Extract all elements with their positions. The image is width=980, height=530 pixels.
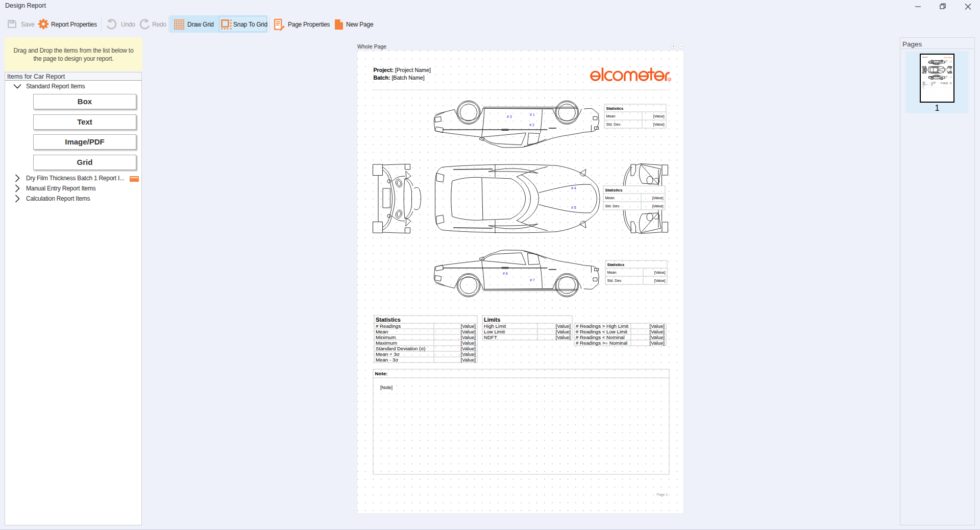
svg-text:[Value]: [Value] bbox=[650, 323, 665, 329]
svg-text:[Value]: [Value] bbox=[653, 114, 665, 118]
svg-text:# Readings < Low Limit: # Readings < Low Limit bbox=[576, 329, 627, 334]
svg-text:[Value]: [Value] bbox=[653, 122, 665, 127]
svg-text:High Limit: High Limit bbox=[484, 323, 506, 329]
svg-text:[Value]: [Value] bbox=[461, 329, 476, 334]
svg-text:[Value]: [Value] bbox=[461, 346, 476, 351]
svg-text:Mean: Mean bbox=[607, 270, 617, 275]
svg-text:[Value]: [Value] bbox=[461, 323, 476, 329]
svg-text:[Value]: [Value] bbox=[652, 204, 664, 208]
svg-text:Std. Dev.: Std. Dev. bbox=[605, 204, 620, 208]
svg-text:[Value]: [Value] bbox=[654, 278, 666, 283]
svg-text:Statistics: Statistics bbox=[607, 262, 625, 267]
svg-text:Minimum: Minimum bbox=[376, 334, 396, 340]
svg-text:[Value]: [Value] bbox=[652, 196, 664, 200]
svg-text:R: R bbox=[669, 78, 671, 81]
svg-text:[Value]: [Value] bbox=[650, 340, 665, 346]
svg-text:[Value]: [Value] bbox=[556, 334, 571, 340]
svg-text:[Value]: [Value] bbox=[461, 334, 476, 340]
svg-text:[Value]: [Value] bbox=[654, 270, 666, 275]
svg-text:# 5: # 5 bbox=[571, 206, 576, 209]
svg-text:[Value]: [Value] bbox=[461, 357, 476, 363]
svg-text:Batch: [Batch Name]: Batch: [Batch Name] bbox=[374, 75, 425, 81]
svg-text:# 6: # 6 bbox=[503, 272, 508, 275]
svg-text:[Value]: [Value] bbox=[461, 340, 476, 346]
svg-text:Statistics: Statistics bbox=[605, 188, 623, 192]
svg-text:Mean: Mean bbox=[605, 196, 615, 200]
svg-text:Maximum: Maximum bbox=[376, 340, 397, 346]
svg-text:Mean + 3σ: Mean + 3σ bbox=[376, 351, 400, 357]
svg-text:[Note]: [Note] bbox=[380, 385, 393, 390]
svg-text:[Value]: [Value] bbox=[556, 323, 571, 329]
svg-text:Project: [Project Name]: Project: [Project Name] bbox=[374, 67, 431, 73]
svg-text:Low Limit: Low Limit bbox=[484, 329, 505, 334]
svg-text:[Value]: [Value] bbox=[461, 351, 476, 357]
svg-text:[Value]: [Value] bbox=[650, 334, 665, 340]
svg-text:Statistics: Statistics bbox=[376, 317, 401, 323]
svg-text:Limits: Limits bbox=[484, 317, 500, 323]
svg-text:Std. Dev.: Std. Dev. bbox=[606, 122, 621, 127]
svg-text:# Readings >= Nominal: # Readings >= Nominal bbox=[576, 340, 627, 346]
svg-text:[Value]: [Value] bbox=[650, 329, 665, 334]
svg-text:# 3: # 3 bbox=[507, 115, 512, 118]
svg-text:Mean - 3σ: Mean - 3σ bbox=[376, 357, 398, 363]
svg-text:# Readings > High Limit: # Readings > High Limit bbox=[576, 323, 628, 329]
svg-text:Note:: Note: bbox=[375, 371, 388, 376]
svg-text:# Readings < Nominal: # Readings < Nominal bbox=[576, 334, 625, 340]
svg-text:# 7: # 7 bbox=[530, 278, 535, 282]
svg-text:Statistics: Statistics bbox=[606, 106, 624, 111]
svg-text:# 1: # 1 bbox=[530, 113, 535, 116]
svg-text:Page 1: Page 1 bbox=[656, 493, 668, 497]
svg-text:# 4: # 4 bbox=[571, 186, 576, 190]
svg-text:NDFT: NDFT bbox=[484, 334, 497, 340]
svg-text:Std. Dev.: Std. Dev. bbox=[607, 278, 622, 283]
svg-text:# Readings: # Readings bbox=[376, 323, 401, 329]
svg-text:Standard Deviation (σ): Standard Deviation (σ) bbox=[376, 346, 426, 351]
svg-text:[Value]: [Value] bbox=[556, 329, 571, 334]
svg-text:Mean: Mean bbox=[376, 329, 388, 334]
svg-text:# 2: # 2 bbox=[529, 123, 534, 127]
svg-text:Mean: Mean bbox=[606, 114, 616, 118]
